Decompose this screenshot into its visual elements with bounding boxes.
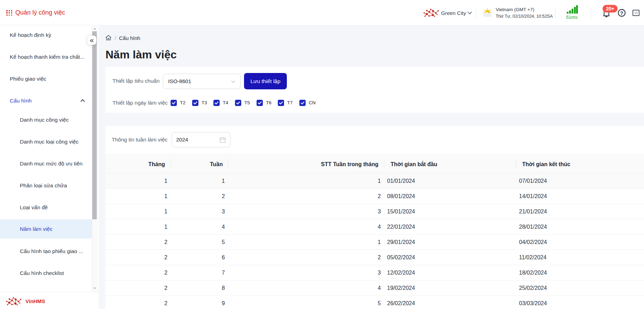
svg-text:?: ? (620, 10, 623, 16)
